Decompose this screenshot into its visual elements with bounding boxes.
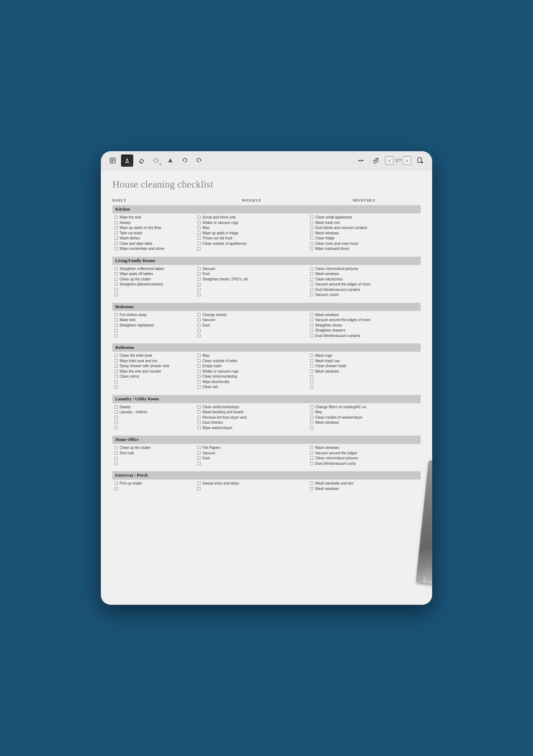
checkbox[interactable]: [115, 283, 118, 286]
checkbox[interactable]: [115, 410, 118, 414]
checkbox[interactable]: [310, 354, 313, 357]
checkbox[interactable]: [197, 267, 201, 270]
list-item[interactable]: Put clothes away: [115, 312, 193, 318]
list-item[interactable]: Mop: [197, 353, 306, 358]
checkbox[interactable]: [115, 451, 118, 455]
list-item[interactable]: Empty trash: [197, 364, 306, 369]
checkbox[interactable]: [197, 242, 201, 245]
checkbox[interactable]: [115, 482, 118, 485]
list-item[interactable]: Straighten pillows/cushions: [115, 282, 193, 287]
list-item[interactable]: Pick up clutter: [115, 481, 193, 486]
checkbox[interactable]: [115, 446, 118, 449]
list-item[interactable]: Dust blinds/vacuum curta: [310, 461, 418, 466]
list-item[interactable]: Straighten books. DVD's, etc.: [197, 277, 306, 282]
checkbox[interactable]: [310, 446, 313, 449]
checkbox[interactable]: [197, 278, 201, 281]
list-item[interactable]: Throw out old food: [197, 236, 306, 241]
redo-button[interactable]: [193, 154, 205, 167]
list-item[interactable]: Wash bedding and towels: [197, 410, 306, 415]
checkbox[interactable]: [115, 364, 118, 368]
list-item[interactable]: Clean sink/countertops: [197, 405, 306, 410]
checkbox[interactable]: [310, 334, 313, 337]
list-item[interactable]: Wash windows: [310, 271, 418, 276]
list-item[interactable]: Vacuum around the edges of room: [310, 318, 418, 323]
checkbox[interactable]: [197, 354, 201, 357]
checkbox[interactable]: [115, 242, 118, 245]
list-item[interactable]: Wash windows: [310, 369, 418, 374]
list-item[interactable]: Dust blinds and vacuum curtains: [310, 225, 418, 230]
checkbox[interactable]: [115, 231, 118, 235]
list-item[interactable]: Laundry - clothes: [115, 410, 193, 415]
checkbox[interactable]: [115, 237, 118, 240]
checkbox[interactable]: [115, 405, 118, 409]
checkbox[interactable]: [197, 482, 201, 485]
checkbox[interactable]: [310, 221, 313, 224]
lasso-tool-button[interactable]: ⊕: [150, 154, 162, 167]
list-item[interactable]: Clean up the clutter: [115, 445, 193, 450]
checkbox[interactable]: [197, 359, 201, 363]
list-item[interactable]: Sweep: [115, 405, 193, 410]
list-item[interactable]: Vacuum: [197, 318, 306, 323]
checkbox[interactable]: [197, 231, 201, 235]
list-item[interactable]: Wash trash con: [310, 220, 418, 225]
checkbox[interactable]: [310, 462, 313, 465]
list-item[interactable]: Straighten shoes: [310, 323, 418, 328]
list-item[interactable]: Wipe cupboard doors: [310, 246, 418, 251]
checkbox[interactable]: [115, 354, 118, 357]
checkbox[interactable]: [197, 410, 201, 414]
list-item[interactable]: Wash dishes: [115, 236, 193, 241]
checkbox[interactable]: [197, 426, 201, 429]
list-item[interactable]: Straighten drawers: [310, 328, 418, 333]
list-item[interactable]: Wash windows: [310, 445, 418, 450]
checkbox[interactable]: [310, 283, 313, 286]
list-item[interactable]: Wash trash can: [310, 359, 418, 364]
checkbox[interactable]: [115, 226, 118, 229]
checkbox[interactable]: [115, 318, 118, 321]
list-item[interactable]: Take out trash: [115, 231, 193, 236]
list-item[interactable]: Vacuum couch: [310, 292, 418, 297]
checkbox[interactable]: [197, 446, 201, 449]
list-item[interactable]: Vacuum around the edges of room: [310, 282, 418, 287]
shape-tool-button[interactable]: [164, 154, 176, 167]
checkbox[interactable]: [310, 370, 313, 373]
checkbox[interactable]: [197, 324, 201, 327]
checkbox[interactable]: [310, 247, 313, 250]
checkbox[interactable]: [197, 456, 201, 460]
checkbox[interactable]: [310, 487, 313, 490]
eraser-tool-button[interactable]: [135, 154, 148, 167]
list-item[interactable]: Straighten nightstand: [115, 323, 193, 328]
list-item[interactable]: Shake or vacuum rugs: [197, 369, 306, 374]
checkbox[interactable]: [197, 451, 201, 455]
checkbox[interactable]: [310, 318, 313, 321]
list-item[interactable]: Wash handrails and doc: [310, 481, 418, 486]
list-item[interactable]: Sweep entry and steps: [197, 481, 306, 486]
checkbox[interactable]: [115, 216, 118, 219]
list-item[interactable]: Sort mail: [115, 451, 193, 456]
list-item[interactable]: Dust blinds/vacuum curtains: [310, 333, 418, 338]
checkbox[interactable]: [115, 247, 118, 250]
list-item[interactable]: Dust: [197, 456, 306, 461]
checkbox[interactable]: [310, 293, 313, 296]
checkbox[interactable]: [310, 364, 313, 368]
checkbox[interactable]: [197, 216, 201, 219]
checkbox[interactable]: [310, 421, 313, 424]
list-item[interactable]: Wash rugs: [310, 353, 418, 358]
checkbox[interactable]: [197, 226, 201, 229]
checkbox[interactable]: [197, 416, 201, 419]
list-item[interactable]: Clean mirror: [115, 374, 193, 379]
checkbox[interactable]: [197, 272, 201, 275]
checkbox[interactable]: [197, 221, 201, 224]
checkbox[interactable]: [310, 288, 313, 291]
checkbox[interactable]: [310, 405, 313, 409]
checkbox[interactable]: [310, 272, 313, 275]
list-item[interactable]: Clean oven and oven hood: [310, 241, 418, 246]
list-item[interactable]: Mop: [197, 225, 306, 230]
checkbox[interactable]: [197, 313, 201, 316]
checkbox[interactable]: [310, 278, 313, 281]
undo-button[interactable]: [179, 154, 191, 167]
prev-page-button[interactable]: ‹: [385, 156, 394, 165]
checkbox[interactable]: [115, 267, 118, 270]
list-item[interactable]: Mop: [310, 410, 418, 415]
checkbox[interactable]: [310, 324, 313, 327]
list-item[interactable]: Scrub and shine sink: [197, 215, 306, 220]
